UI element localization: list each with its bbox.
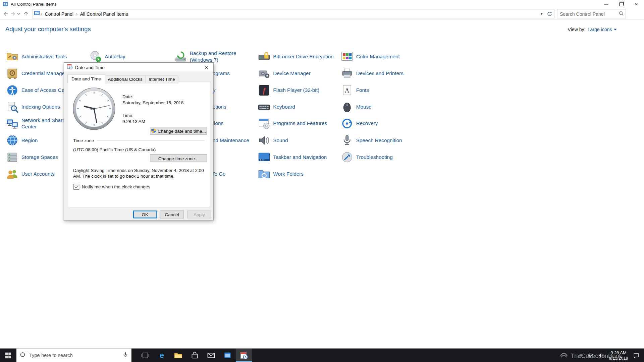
task-view-icon xyxy=(141,351,149,359)
date-time-tab-page: Date: Saturday, September 15, 2018 Time:… xyxy=(67,82,210,207)
taskbar: e 9:28 AM 9/15/2018 xyxy=(0,349,644,362)
control-panel-item[interactable]: Recovery xyxy=(341,117,378,131)
change-date-time-button[interactable]: Change date and time... xyxy=(150,127,207,134)
control-panel-item-label: Fonts xyxy=(356,87,369,94)
control-panel-item[interactable]: Mouse xyxy=(341,100,371,114)
mail-taskbar-button[interactable] xyxy=(203,349,219,362)
flash-player-icon: f xyxy=(258,84,270,97)
control-panel-search[interactable] xyxy=(557,9,626,18)
up-button[interactable] xyxy=(22,9,30,18)
edge-taskbar-button[interactable]: e xyxy=(154,349,170,362)
user-accounts-icon xyxy=(6,168,18,180)
control-panel-item[interactable]: AFonts xyxy=(341,83,369,97)
address-dropdown-chevron[interactable]: ▾ xyxy=(538,11,545,16)
cancel-button[interactable]: Cancel xyxy=(160,210,184,218)
start-button[interactable] xyxy=(0,349,16,362)
taskbar-search-input[interactable] xyxy=(28,352,119,359)
control-panel-item[interactable]: BitLocker Drive Encryption xyxy=(258,50,334,64)
backup-restore-icon xyxy=(174,51,187,63)
view-by-dropdown[interactable]: Large icons xyxy=(588,27,617,32)
hidden-icons-chevron[interactable] xyxy=(578,349,584,362)
control-panel-item[interactable]: Programs and Features xyxy=(258,117,327,131)
control-panel-item-label: Mouse xyxy=(356,104,372,110)
taskbar-clock[interactable]: 9:28 AM 9/15/2018 xyxy=(607,350,630,360)
time-value: 9:28:13 AM xyxy=(122,119,145,124)
control-panel-item[interactable]: Region xyxy=(6,133,38,147)
restore-button[interactable] xyxy=(613,0,629,8)
control-panel-item[interactable]: fFlash Player (32-bit) xyxy=(258,83,319,97)
control-panel-item[interactable]: Work Folders xyxy=(258,167,304,181)
control-panel-item-label: Programs and Features xyxy=(273,120,327,127)
control-panel-item[interactable]: Taskbar and Navigation xyxy=(258,150,327,164)
close-button[interactable] xyxy=(629,0,644,8)
file-explorer-taskbar-button[interactable] xyxy=(170,349,186,362)
notify-checkbox[interactable] xyxy=(73,184,79,190)
forward-button[interactable] xyxy=(9,9,16,18)
group-separator-line xyxy=(97,140,205,140)
credential-manager-icon xyxy=(6,67,18,80)
control-panel-item[interactable]: Credential Manager xyxy=(6,66,66,80)
control-panel-item[interactable]: Storage Spaces xyxy=(6,150,58,164)
breadcrumb-item[interactable]: Control Panel xyxy=(43,11,75,16)
control-panel-item-label: Credential Manager xyxy=(21,70,66,77)
change-date-time-label: Change date and time... xyxy=(158,128,206,133)
control-panel-item-label: Work Folders xyxy=(273,171,304,177)
control-panel-item-label: BitLocker Drive Encryption xyxy=(273,53,333,60)
devices-printers-icon xyxy=(341,67,353,80)
network-icon[interactable] xyxy=(586,349,595,362)
color-management-icon xyxy=(341,51,353,63)
back-button[interactable] xyxy=(2,9,9,18)
recent-locations-chevron[interactable] xyxy=(16,9,21,18)
control-panel-item[interactable]: AutoPlay xyxy=(90,50,125,64)
control-panel-item[interactable]: Indexing Options xyxy=(6,100,60,114)
control-panel-item-label: Region xyxy=(21,137,38,144)
breadcrumb-item[interactable]: All Control Panel Items xyxy=(78,11,129,16)
microphone-icon[interactable] xyxy=(122,352,128,359)
volume-icon[interactable] xyxy=(596,349,605,362)
control-panel-item[interactable]: Devices and Printers xyxy=(341,66,404,80)
control-panel-item[interactable]: Keyboard xyxy=(258,100,295,114)
window-titlebar: All Control Panel Items xyxy=(0,0,644,8)
apply-button[interactable]: Apply xyxy=(187,210,211,218)
device-manager-icon xyxy=(258,67,270,80)
troubleshooting-icon xyxy=(341,151,353,164)
search-input[interactable] xyxy=(559,11,619,16)
address-bar[interactable]: ›Control Panel›All Control Panel Items ▾ xyxy=(32,9,555,18)
control-panel-item[interactable]: Sound xyxy=(258,133,288,147)
work-folders-icon xyxy=(258,168,270,180)
action-center-icon[interactable] xyxy=(632,349,641,362)
control-panel-item[interactable]: Troubleshooting xyxy=(341,150,393,164)
tab-internet-time[interactable]: Internet Time xyxy=(145,75,178,83)
control-panel-item[interactable]: Color Management xyxy=(341,50,399,64)
control-panel-item-label: Flash Player (32-bit) xyxy=(273,87,319,94)
refresh-button[interactable] xyxy=(547,11,552,16)
control-panel-item[interactable]: Device Manager xyxy=(258,66,311,80)
notify-checkbox-row[interactable]: Notify me when the clock changes xyxy=(73,184,150,190)
control-panel-item[interactable]: Ease of Access Center xyxy=(6,83,73,97)
control-panel-icon xyxy=(3,1,8,7)
minimize-button[interactable] xyxy=(598,0,613,8)
date-time-dialog: Date and Time Date and TimeAdditional Cl… xyxy=(64,62,214,220)
control-panel-item-label: Recovery xyxy=(356,120,378,127)
date-time-taskbar-button[interactable] xyxy=(236,349,252,362)
task-view-taskbar-button[interactable] xyxy=(137,349,154,362)
system-tray: 9:28 AM 9/15/2018 xyxy=(578,349,644,362)
control-panel-item[interactable]: Administrative Tools xyxy=(6,50,67,64)
app-window-taskbar-button[interactable] xyxy=(219,349,236,362)
control-panel-item[interactable]: User Accounts xyxy=(6,167,54,181)
change-time-zone-button[interactable]: Change time zone... xyxy=(150,154,207,162)
keyboard-icon xyxy=(258,101,270,113)
tab-additional-clocks[interactable]: Additional Clocks xyxy=(105,75,146,83)
ok-button[interactable]: OK xyxy=(133,210,157,218)
tab-date-and-time[interactable]: Date and Time xyxy=(67,74,105,84)
control-panel-item[interactable]: Backup and Restore (Windows 7) xyxy=(174,50,240,64)
view-by-value: Large icons xyxy=(588,27,612,32)
control-panel-item[interactable]: Speech Recognition xyxy=(341,133,402,147)
date-time-icon xyxy=(240,351,248,359)
control-panel-item[interactable]: Network and Sharing Center xyxy=(6,117,72,131)
store-taskbar-button[interactable] xyxy=(186,349,203,362)
date-label: Date: xyxy=(122,94,133,99)
dialog-close-button[interactable] xyxy=(200,63,213,71)
search-icon[interactable] xyxy=(619,10,624,17)
taskbar-search[interactable] xyxy=(16,349,131,362)
